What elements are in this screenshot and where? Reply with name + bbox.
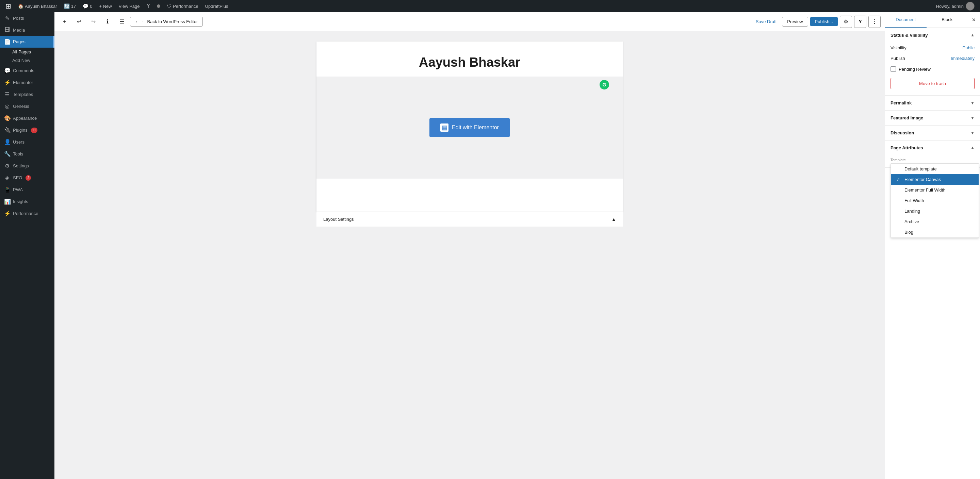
comments-item[interactable]: 💬 0 <box>80 0 95 12</box>
new-content-item[interactable]: + New <box>96 0 115 12</box>
save-draft-button[interactable]: Save Draft <box>752 17 780 26</box>
settings-icon: ⚙ <box>4 162 10 169</box>
wp-logo-icon: ⊞ <box>5 2 11 10</box>
sidebar-item-elementor[interactable]: ⚡ Elementor <box>0 76 54 88</box>
posts-icon: ✎ <box>4 15 10 21</box>
sidebar-item-pwa[interactable]: 📱 PWA <box>0 184 54 196</box>
featured-image-header[interactable]: Featured Image ▼ <box>885 111 980 125</box>
sidebar-item-insights[interactable]: 📊 Insights <box>0 196 54 207</box>
featured-image-section: Featured Image ▼ <box>885 111 980 126</box>
sidebar-subitem-add-new[interactable]: Add New <box>0 56 54 65</box>
undo-button[interactable]: ↩ <box>73 16 85 28</box>
preview-button[interactable]: Preview <box>782 17 808 27</box>
move-to-trash-label: Move to trash <box>919 81 946 86</box>
performance-adminbar-item[interactable]: 🛡 Performance <box>164 0 201 12</box>
gear-settings-button[interactable]: ⚙ <box>840 16 852 28</box>
layout-settings-chevron: ▲ <box>611 217 616 222</box>
permalink-header[interactable]: Permalink ▼ <box>885 95 980 110</box>
sidebar-item-templates[interactable]: ☰ Templates <box>0 88 54 100</box>
sidebar-label-appearance: Appearance <box>13 116 37 121</box>
yoast-icon: Y <box>859 19 862 24</box>
wp-logo-item[interactable]: ⊞ <box>3 0 14 12</box>
sidebar-label-templates: Templates <box>13 92 33 97</box>
canvas-body: G ▦ Edit with Elementor <box>317 76 623 178</box>
status-dot <box>157 5 160 8</box>
sidebar-item-comments[interactable]: 💬 Comments <box>0 65 54 76</box>
updates-item[interactable]: 🔄 17 <box>61 0 79 12</box>
publish-row: Publish Immediately <box>885 53 980 64</box>
status-visibility-chevron: ▼ <box>970 33 975 38</box>
sidebar-item-appearance[interactable]: 🎨 Appearance <box>0 112 54 124</box>
layout-settings-bar[interactable]: Layout Settings ▲ <box>317 212 623 227</box>
yoast-adminbar-item[interactable]: Y <box>144 0 153 12</box>
canvas-header: Aayush Bhaskar <box>317 41 623 76</box>
seo-badge: 2 <box>25 175 31 181</box>
sidebar-label-pwa: PWA <box>13 187 23 192</box>
check-mark-elementor-canvas: ✓ <box>896 177 902 182</box>
dropdown-option-elementor-canvas[interactable]: ✓ Elementor Canvas <box>891 174 978 185</box>
sidebar-subitem-all-pages[interactable]: All Pages <box>0 48 54 56</box>
sidebar-item-performance[interactable]: ⚡ Performance <box>0 207 54 220</box>
back-to-wordpress-editor-button[interactable]: ← ← Back to WordPress Editor <box>130 17 203 27</box>
list-view-button[interactable]: ☰ <box>116 16 128 28</box>
grammarly-badge: G <box>600 80 609 89</box>
status-indicator[interactable] <box>154 0 163 12</box>
tab-block[interactable]: Block <box>927 12 968 27</box>
genesis-icon: ◎ <box>4 103 10 110</box>
add-block-button[interactable]: + <box>59 16 71 28</box>
sidebar-item-users[interactable]: 👤 Users <box>0 136 54 148</box>
dropdown-option-full-width[interactable]: Full Width <box>891 195 978 206</box>
back-arrow-icon: ← <box>135 19 140 24</box>
sidebar-item-seo[interactable]: ◈ SEO 2 <box>0 172 54 184</box>
info-button[interactable]: ℹ <box>102 16 114 28</box>
featured-image-chevron: ▼ <box>970 116 975 121</box>
dropdown-option-default[interactable]: Default template <box>891 164 978 174</box>
sidebar-item-plugins[interactable]: 🔌 Plugins 11 <box>0 124 54 136</box>
elementor-icon: ⚡ <box>4 79 10 86</box>
site-name-item[interactable]: 🏠 Aayush Bhaskar <box>15 0 60 12</box>
visibility-value[interactable]: Public <box>963 45 975 50</box>
status-visibility-title: Status & Visibility <box>891 33 928 38</box>
permalink-chevron: ▼ <box>970 101 975 105</box>
edit-with-elementor-button[interactable]: ▦ Edit with Elementor <box>430 118 510 137</box>
pending-review-checkbox[interactable] <box>891 66 896 72</box>
panel-close-button[interactable]: × <box>968 14 980 26</box>
yoast-adminbar-icon: Y <box>147 3 150 9</box>
sidebar-item-genesis[interactable]: ◎ Genesis <box>0 100 54 112</box>
publish-button[interactable]: Publish... <box>810 17 838 26</box>
discussion-title: Discussion <box>891 130 914 135</box>
yoast-button[interactable]: Y <box>854 16 866 28</box>
discussion-section: Discussion ▼ <box>885 126 980 140</box>
performance-shield-icon: 🛡 <box>167 4 172 9</box>
dropdown-option-blog[interactable]: Blog <box>891 227 978 237</box>
panel-header: Document Block × <box>885 12 980 28</box>
discussion-header[interactable]: Discussion ▼ <box>885 126 980 140</box>
howdy-item[interactable]: Howdy, admin <box>933 2 977 11</box>
pending-review-label: Pending Review <box>899 67 931 72</box>
sidebar-item-posts[interactable]: ✎ Posts <box>0 12 54 24</box>
dropdown-option-elementor-full-width[interactable]: Elementor Full Width <box>891 185 978 195</box>
sidebar-item-settings[interactable]: ⚙ Settings <box>0 160 54 172</box>
sidebar-label-plugins: Plugins <box>13 127 27 133</box>
page-attributes-title: Page Attributes <box>891 145 923 150</box>
dropdown-option-archive[interactable]: Archive <box>891 216 978 227</box>
redo-button[interactable]: ↪ <box>87 16 99 28</box>
sidebar-item-media[interactable]: 🎞 Media <box>0 24 54 36</box>
publish-value[interactable]: Immediately <box>951 56 975 61</box>
gear-icon: ⚙ <box>843 18 848 25</box>
dropdown-option-landing[interactable]: Landing <box>891 206 978 216</box>
sidebar-item-pages[interactable]: 📄 Pages <box>0 36 54 48</box>
view-page-item[interactable]: View Page <box>116 0 143 12</box>
template-dropdown-container: Template Default template ✓ Elementor Ca… <box>885 155 980 166</box>
move-to-trash-button[interactable]: Move to trash <box>891 78 975 89</box>
page-attributes-header[interactable]: Page Attributes ▼ <box>885 140 980 155</box>
updates-count: 17 <box>71 4 76 9</box>
preview-label: Preview <box>787 19 803 24</box>
more-options-button[interactable]: ⋮ <box>869 16 881 28</box>
sidebar-label-settings: Settings <box>13 163 29 169</box>
plugins-badge: 11 <box>31 127 37 133</box>
status-visibility-header[interactable]: Status & Visibility ▼ <box>885 28 980 43</box>
updraftplus-item[interactable]: UpdraftPlus <box>202 0 231 12</box>
tab-document[interactable]: Document <box>885 12 927 27</box>
sidebar-item-tools[interactable]: 🔧 Tools <box>0 148 54 160</box>
